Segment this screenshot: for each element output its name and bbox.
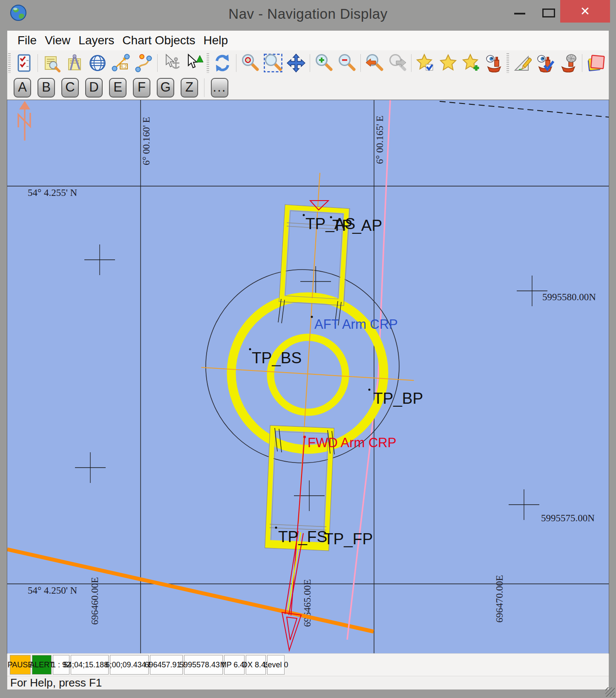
menu-help[interactable]: Help bbox=[204, 34, 228, 47]
favorite-check-button[interactable] bbox=[415, 53, 435, 73]
zoom-window-icon bbox=[264, 54, 282, 72]
pan-icon bbox=[287, 54, 305, 72]
zoom-target-icon bbox=[241, 54, 259, 72]
toolbar-separator bbox=[411, 54, 412, 72]
zoom-previous-button[interactable] bbox=[365, 53, 384, 73]
label-tp-bp[interactable]: TP_BP bbox=[373, 390, 423, 407]
status-54-04-15-188-n: 54;04;15.188 N bbox=[71, 655, 109, 675]
pan-button[interactable] bbox=[286, 53, 306, 73]
layer-button-f[interactable]: F bbox=[133, 78, 150, 98]
refresh-icon bbox=[213, 54, 232, 72]
status-5995578-43-n: 5995578.43 N bbox=[184, 655, 223, 675]
chart-dividers-icon bbox=[65, 54, 84, 72]
toolbar-separator bbox=[310, 54, 310, 72]
route-checklist-button[interactable] bbox=[14, 53, 34, 73]
chart-svg: 54° 4.255' N 54° 4.250' N 6° 00.160' E 6… bbox=[7, 100, 609, 653]
northing-label-2: 5995575.00N bbox=[541, 513, 595, 523]
globe-button[interactable] bbox=[88, 53, 107, 73]
chart-info-icon bbox=[42, 54, 61, 72]
vessel-radar-icon bbox=[559, 54, 578, 72]
favorite-add-button[interactable] bbox=[461, 53, 481, 73]
zoom-out-icon bbox=[337, 54, 356, 72]
layers-stack-icon bbox=[587, 54, 605, 72]
layer-button-g[interactable]: G bbox=[157, 78, 174, 98]
easting-label-1: 696460.00E bbox=[89, 577, 100, 625]
vessel-eye-icon bbox=[485, 54, 504, 72]
toolbar-grip bbox=[207, 53, 209, 73]
chart-dividers-button[interactable] bbox=[65, 53, 84, 73]
layer-button-b[interactable]: B bbox=[37, 78, 55, 98]
survey-protractor-icon bbox=[513, 54, 532, 72]
menu-chart-objects[interactable]: Chart Objects bbox=[122, 34, 195, 47]
favorite-button[interactable] bbox=[438, 53, 458, 73]
toolbar: 6.2 bbox=[7, 50, 609, 76]
menu-view[interactable]: View bbox=[45, 34, 70, 47]
help-bar: For Help, press F1 bbox=[7, 676, 609, 689]
vessel-eye-check-icon bbox=[536, 54, 555, 72]
label-fwd-arm-crp[interactable]: FWD Arm CRP bbox=[308, 435, 396, 450]
vessel-radar-button[interactable] bbox=[558, 53, 578, 73]
vessel-eye-button[interactable] bbox=[484, 53, 504, 73]
layer-button-z[interactable]: Z bbox=[181, 78, 198, 98]
layers-stack-button[interactable] bbox=[586, 53, 606, 73]
layer-button-e[interactable]: E bbox=[109, 78, 127, 98]
chart-boundary-dashed-line bbox=[440, 101, 609, 117]
easting-label-2: 696465.00E bbox=[302, 579, 313, 627]
zoom-in-button[interactable] bbox=[314, 53, 334, 73]
toolbar-separator bbox=[360, 54, 361, 72]
label-tp-fp[interactable]: TP_FP bbox=[324, 530, 373, 548]
toolbar-separator bbox=[236, 54, 236, 72]
help-text: For Help, press F1 bbox=[10, 676, 102, 689]
heading-arrow bbox=[282, 612, 301, 650]
label-tp-bs[interactable]: TP_BS bbox=[252, 349, 302, 367]
easting-label-3: 696470.00E bbox=[494, 575, 505, 623]
refresh-button[interactable] bbox=[213, 53, 232, 73]
lon-label-1: 6° 00.160' E bbox=[141, 117, 152, 165]
toolbar-grip bbox=[507, 53, 509, 73]
resize-grip[interactable] bbox=[605, 687, 615, 697]
label-aft-arm-crp[interactable]: AFT Arm CRP bbox=[314, 317, 398, 332]
status-bar: PAUSEALERT1 : 9254;04;15.188 N6;00;09.43… bbox=[7, 653, 609, 676]
label-tp-fs[interactable]: TP_FS bbox=[278, 528, 327, 546]
chart-canvas[interactable]: 54° 4.255' N 54° 4.250' N 6° 00.160' E 6… bbox=[7, 100, 609, 653]
layer-button-c[interactable]: C bbox=[61, 78, 79, 98]
menu-bar: FileViewLayersChart ObjectsHelp bbox=[7, 31, 609, 51]
zoom-window-button[interactable] bbox=[263, 53, 283, 73]
globe-icon bbox=[88, 54, 107, 72]
zoom-target-button[interactable] bbox=[240, 53, 260, 73]
route-checklist-icon bbox=[14, 54, 33, 72]
toolbar-separator bbox=[157, 54, 158, 72]
lat-label-2: 54° 4.250' N bbox=[28, 585, 78, 596]
toolbar-grip bbox=[8, 53, 11, 73]
zoom-out-button[interactable] bbox=[337, 53, 357, 73]
route-curve-button[interactable] bbox=[134, 53, 153, 73]
zoom-next-button[interactable] bbox=[388, 53, 407, 73]
close-button[interactable]: ✕ bbox=[560, 0, 610, 23]
label-tp-ap[interactable]: TP_AP bbox=[332, 217, 382, 234]
layer-button-a[interactable]: A bbox=[14, 78, 31, 98]
minimize-button[interactable] bbox=[505, 0, 535, 23]
survey-protractor-button[interactable] bbox=[512, 53, 532, 73]
northing-label-1: 5995580.00N bbox=[542, 292, 596, 302]
letter-bar: ABCDEFGZ... bbox=[7, 75, 609, 100]
lon-label-2: 6° 00.165' E bbox=[374, 115, 385, 164]
layer-button-more[interactable]: ... bbox=[211, 78, 228, 98]
measure-distance-button[interactable]: 6.2 bbox=[111, 53, 130, 73]
cursor-flag-button[interactable] bbox=[184, 53, 204, 73]
layer-button-d[interactable]: D bbox=[85, 78, 103, 98]
anchor-cursor-icon bbox=[162, 54, 181, 72]
target-ring-inner[interactable] bbox=[271, 337, 345, 412]
menu-layers[interactable]: Layers bbox=[78, 34, 114, 47]
vessel-eye-check-button[interactable] bbox=[535, 53, 555, 73]
zoom-in-icon bbox=[314, 54, 333, 72]
menu-file[interactable]: File bbox=[17, 34, 37, 47]
status-level-0: Level 0 bbox=[267, 655, 285, 675]
chart-info-button[interactable] bbox=[42, 53, 61, 73]
status-dx-8-49: DX 8.49 bbox=[246, 655, 266, 675]
svg-text:6.2: 6.2 bbox=[121, 64, 127, 69]
anchor-cursor-button[interactable] bbox=[161, 53, 181, 73]
status-alert[interactable]: ALERT bbox=[32, 655, 52, 675]
status-pause[interactable]: PAUSE bbox=[10, 655, 31, 675]
maximize-button[interactable] bbox=[535, 0, 560, 23]
toolbar-separator bbox=[582, 54, 582, 72]
